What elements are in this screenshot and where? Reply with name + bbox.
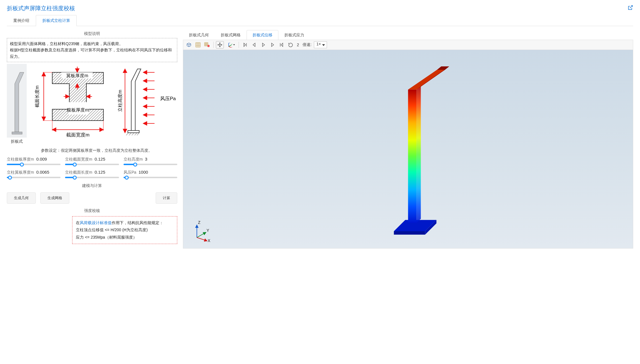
svg-text:腹板厚度m: 腹板厚度m — [67, 108, 89, 112]
slider-label-wind_p: 风压Pa — [124, 170, 136, 175]
svg-text:Z: Z — [198, 220, 201, 225]
check-line2: 立柱顶点位移值 <= H/200 (H为立柱高度) — [76, 226, 174, 233]
slider-track-flange_thk[interactable] — [7, 177, 61, 178]
speed-select[interactable]: 1× — [314, 41, 327, 48]
slider-thumb-height[interactable] — [133, 163, 137, 167]
svg-line-55 — [197, 232, 206, 237]
slider-label-web_thk: 立柱腹板厚度m — [7, 157, 34, 162]
result-3d-view — [183, 50, 633, 248]
move-icon — [217, 42, 222, 47]
tab-case-intro[interactable]: 案例介绍 — [7, 15, 36, 26]
build-heading: 建模与计算 — [7, 183, 177, 188]
slider-web_thk: 立柱腹板厚度m0.009 — [7, 157, 61, 165]
svg-marker-49 — [408, 90, 417, 223]
svg-line-56 — [197, 237, 207, 241]
slider-value-flange_thk: 0.0065 — [36, 170, 49, 174]
check-line3: 应力 <= 235Mpa（材料屈服强度） — [76, 234, 174, 241]
svg-line-26 — [135, 133, 137, 135]
slider-sec_len: 立柱截面长度m0.125 — [65, 170, 119, 178]
svg-point-39 — [207, 45, 210, 47]
viewer-toolbar: z y x — [183, 40, 633, 50]
go-last-icon — [279, 42, 284, 47]
viewer-canvas[interactable]: Z Y X — [183, 50, 633, 249]
slider-track-sec_width[interactable] — [65, 164, 119, 165]
slider-thumb-wind_p[interactable] — [125, 176, 129, 180]
svg-text:截面长度m: 截面长度m — [35, 86, 39, 108]
open-external-button[interactable] — [628, 5, 633, 12]
go-prev-button[interactable] — [250, 41, 258, 49]
check-post: 作用下，结构抗风性能规定： — [112, 220, 163, 225]
model-desc-line2: 根据H型立柱截面参数及立柱高度选择，可计算不同参数下，立柱结构在不同风压下的位移… — [10, 47, 174, 60]
svg-text:x: x — [231, 46, 232, 48]
viewer-tab-stress[interactable]: 折板式应力 — [278, 30, 310, 40]
slider-track-web_thk[interactable] — [7, 164, 61, 165]
tab-fold-calc[interactable]: 折板式立柱计算 — [36, 15, 77, 26]
go-first-icon — [243, 42, 248, 47]
param-note: 参数设定：假定两侧翼板厚度一致，立柱高度为立柱整体高度。 — [7, 148, 177, 153]
slider-thumb-sec_width[interactable] — [73, 163, 77, 167]
play-button[interactable] — [259, 41, 267, 49]
fold-mini-label: 折板式 — [7, 139, 27, 144]
wind-standard-link[interactable]: 风荷载设计标准值 — [80, 220, 112, 225]
svg-text:立柱高度m: 立柱高度m — [118, 90, 122, 112]
svg-line-23 — [126, 133, 128, 135]
slider-track-height[interactable] — [124, 164, 177, 165]
pillar-load-diagram: 立柱高度m 风压Pa — [118, 64, 177, 140]
slider-wind_p: 风压Pa1000 — [124, 170, 177, 178]
speed-label: 倍速: — [301, 42, 313, 47]
viewer-tab-geom[interactable]: 折板式几何 — [183, 30, 215, 40]
gen-geom-button[interactable]: 生成几何 — [7, 192, 36, 204]
grid-options-icon — [204, 42, 210, 47]
model-desc-heading: 模型说明 — [7, 31, 177, 36]
slider-sec_width: 立柱截面宽度m0.125 — [65, 157, 119, 165]
slider-track-sec_len[interactable] — [65, 177, 119, 178]
svg-rect-22 — [128, 131, 139, 133]
go-first-button[interactable] — [241, 41, 249, 49]
sliders-grid: 立柱腹板厚度m0.009立柱截面宽度m0.125立柱高度m3立柱翼板厚度m0.0… — [7, 157, 177, 178]
svg-text:z: z — [229, 42, 230, 44]
model-desc-box: 模型采用六面体网格，立柱材料Q235钢，底板约束，风压载荷。 根据H型立柱截面参… — [7, 38, 177, 62]
viewer-tab-mesh[interactable]: 折板式网格 — [215, 30, 247, 40]
go-next-button[interactable] — [268, 41, 276, 49]
grid-icon — [195, 42, 201, 47]
svg-text:X: X — [208, 238, 210, 243]
cube-icon — [186, 42, 192, 48]
page-title: 折板式声屏障立柱强度校核 — [7, 5, 75, 12]
slider-value-web_thk: 0.009 — [36, 157, 47, 161]
axes-dropdown[interactable]: z y x — [225, 41, 236, 49]
strength-check-box: 在风荷载设计标准值作用下，结构抗风性能规定： 立柱顶点位移值 <= H/200 … — [72, 216, 177, 244]
go-prev-icon — [252, 42, 257, 47]
model-desc-line1: 模型采用六面体网格，立柱材料Q235钢，底板约束，风压载荷。 — [10, 41, 174, 47]
svg-rect-38 — [205, 43, 208, 46]
slider-thumb-flange_thk[interactable] — [8, 176, 12, 180]
grid-options-button[interactable] — [203, 41, 211, 49]
slider-thumb-web_thk[interactable] — [20, 163, 24, 167]
svg-marker-50 — [416, 86, 421, 223]
svg-line-24 — [129, 133, 131, 135]
svg-marker-47 — [394, 231, 425, 235]
speed-value: 1× — [316, 42, 321, 46]
viewer-tabs: 折板式几何 折板式网格 折板式位移 折板式应力 — [183, 30, 633, 40]
axes-dropdown-icon: z y x — [226, 42, 235, 48]
slider-label-flange_thk: 立柱翼板厚度m — [7, 170, 34, 175]
gen-mesh-button[interactable]: 生成网格 — [40, 192, 69, 204]
svg-marker-51 — [408, 70, 445, 90]
check-pre: 在 — [76, 220, 80, 225]
loop-icon — [288, 42, 293, 47]
svg-text:翼板厚度m: 翼板厚度m — [66, 73, 88, 78]
slider-value-sec_len: 0.125 — [95, 170, 105, 174]
go-next-icon — [270, 42, 275, 47]
slider-label-sec_width: 立柱截面宽度m — [65, 157, 92, 162]
main-tabs: 案例介绍 折板式立柱计算 — [7, 15, 633, 26]
loop-button[interactable] — [287, 41, 295, 49]
go-last-button[interactable] — [278, 41, 285, 49]
cube-view-button[interactable] — [185, 41, 193, 49]
pan-button[interactable] — [216, 41, 224, 49]
svg-text:截面宽度m: 截面宽度m — [66, 132, 89, 138]
frame-number: 2 — [296, 43, 300, 47]
viewer-tab-disp[interactable]: 折板式位移 — [247, 30, 278, 40]
compute-button[interactable]: 计算 — [156, 192, 177, 204]
grid-button[interactable] — [194, 41, 202, 49]
slider-track-wind_p[interactable] — [124, 177, 177, 178]
slider-thumb-sec_len[interactable] — [73, 176, 77, 180]
